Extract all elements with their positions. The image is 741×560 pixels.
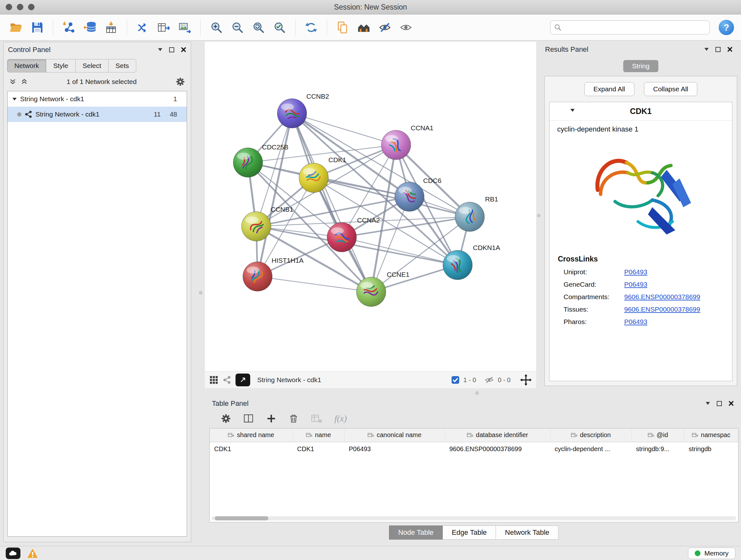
zoom-fit-button[interactable] — [249, 17, 268, 37]
table-cell[interactable]: CDK1 — [293, 442, 344, 456]
hide-button[interactable] — [376, 17, 394, 37]
open-session-button[interactable] — [7, 17, 25, 37]
collapse-all-button[interactable]: Collapse All — [644, 82, 697, 96]
column-header[interactable]: canonical name — [344, 428, 445, 442]
close-panel-button[interactable]: × — [728, 398, 734, 408]
network-canvas[interactable]: CCNB2CCNA1CDC25BCDK1CDC6RB1CCNB1CCNA2CDK… — [205, 42, 536, 371]
cloud-status-button[interactable] — [6, 548, 20, 559]
crosslink-value[interactable]: 9606.ENSP00000378699 — [624, 306, 700, 313]
help-button[interactable]: ? — [719, 20, 734, 35]
close-panel-button[interactable]: × — [181, 45, 186, 55]
expand-all-icon[interactable] — [21, 79, 28, 84]
column-header[interactable]: shared name — [210, 428, 293, 442]
crosslink-value[interactable]: 9606.ENSP00000378699 — [624, 293, 700, 301]
splitter-handle[interactable] — [537, 214, 540, 217]
hidden-eye-slash-icon[interactable] — [484, 375, 494, 385]
grid-view-icon[interactable] — [209, 375, 218, 384]
table-settings-gear-icon[interactable] — [221, 414, 231, 424]
selected-checkbox-icon[interactable] — [451, 376, 460, 384]
string-tab-badge[interactable]: String — [623, 60, 659, 72]
table-cell[interactable]: CDK1 — [210, 442, 293, 456]
splitter-handle[interactable] — [199, 291, 202, 294]
float-panel-button[interactable] — [716, 47, 721, 52]
new-network-button[interactable] — [133, 17, 152, 37]
tab-network[interactable]: Network — [7, 59, 46, 72]
gear-icon[interactable] — [176, 77, 185, 86]
warning-icon[interactable] — [27, 548, 38, 558]
collapse-all-icon[interactable] — [9, 79, 16, 84]
network-row[interactable]: String Network - cdk1 11 48 — [8, 107, 187, 122]
delete-trash-icon[interactable] — [288, 414, 299, 424]
horizontal-scrollbar-thumb[interactable] — [215, 516, 268, 520]
float-panel-button[interactable] — [169, 47, 174, 52]
crosslink-value[interactable]: P06493 — [624, 268, 647, 276]
table-cell[interactable]: cyclin-dependent ... — [550, 442, 631, 456]
panel-menu-caret-icon[interactable] — [158, 48, 163, 51]
zoom-window-button[interactable] — [28, 4, 35, 10]
minimize-window-button[interactable] — [17, 4, 23, 10]
crosslink-row: Compartments: 9606.ENSP00000378699 — [563, 293, 724, 301]
table-cell[interactable]: stringdb:9... — [631, 442, 684, 456]
network-node-cdk1[interactable] — [299, 163, 328, 192]
network-node-rb1[interactable] — [455, 202, 484, 232]
network-node-cdc25b[interactable] — [233, 148, 263, 177]
network-node-cdc6[interactable] — [395, 182, 424, 211]
column-header[interactable]: namespac — [684, 428, 738, 442]
network-node-ccnb2[interactable] — [277, 99, 307, 128]
string-home-button[interactable] — [354, 17, 373, 37]
select-columns-icon[interactable] — [243, 413, 254, 424]
tab-edge-table[interactable]: Edge Table — [443, 525, 496, 540]
search-box[interactable] — [550, 20, 710, 35]
tab-style[interactable]: Style — [46, 59, 76, 72]
zoom-selected-button[interactable] — [270, 17, 289, 37]
tree-expand-caret-icon[interactable] — [12, 98, 17, 101]
zoom-in-button[interactable] — [207, 17, 226, 37]
add-column-plus-icon[interactable] — [266, 414, 276, 424]
column-header[interactable]: database identifier — [445, 428, 550, 442]
expand-all-button[interactable]: Expand All — [584, 82, 634, 96]
import-network-file-button[interactable] — [60, 17, 78, 37]
network-node-hist1h1a[interactable] — [243, 262, 272, 291]
column-header[interactable]: name — [293, 428, 344, 442]
search-input[interactable] — [564, 23, 705, 32]
column-header[interactable]: @id — [631, 428, 684, 442]
tab-sets[interactable]: Sets — [108, 59, 136, 72]
card-collapse-caret-icon[interactable] — [570, 109, 575, 112]
show-button[interactable] — [397, 17, 415, 37]
table-cell[interactable]: stringdb — [684, 442, 738, 456]
crosslink-value[interactable]: P06493 — [624, 281, 647, 288]
tab-select[interactable]: Select — [75, 59, 109, 72]
network-collection-row[interactable]: String Network - cdk1 1 — [8, 91, 187, 107]
panel-menu-caret-icon[interactable] — [705, 401, 711, 405]
export-table-button[interactable] — [154, 17, 173, 37]
panel-menu-caret-icon[interactable] — [704, 48, 709, 51]
pan-crosshair-icon[interactable] — [520, 374, 532, 386]
crosslink-value[interactable]: P06493 — [624, 318, 647, 326]
import-network-database-button[interactable] — [81, 17, 99, 37]
apply-layout-button[interactable] — [302, 17, 320, 37]
zoom-out-button[interactable] — [228, 17, 247, 37]
network-node-ccna2[interactable] — [327, 223, 356, 252]
splitter-handle[interactable] — [475, 391, 479, 395]
copy-button[interactable] — [333, 17, 352, 37]
export-image-button[interactable] — [176, 17, 194, 37]
tab-node-table[interactable]: Node Table — [389, 525, 443, 540]
table-cell[interactable]: 9606.ENSP00000378699 — [445, 442, 550, 456]
network-node-cdkn1a[interactable] — [443, 250, 472, 280]
network-node-ccna1[interactable] — [381, 130, 411, 160]
tab-network-table[interactable]: Network Table — [495, 525, 558, 540]
close-window-button[interactable] — [6, 4, 12, 10]
memory-button[interactable]: Memory — [688, 548, 735, 559]
network-node-ccne1[interactable] — [356, 277, 386, 307]
import-table-button[interactable] — [102, 17, 120, 37]
table-cell[interactable]: P06493 — [344, 442, 445, 456]
save-session-button[interactable] — [28, 17, 47, 37]
column-header[interactable]: description — [550, 428, 631, 442]
close-panel-button[interactable]: × — [727, 44, 733, 54]
open-in-browser-button[interactable] — [235, 374, 250, 386]
float-panel-button[interactable] — [717, 401, 722, 406]
share-network-icon[interactable] — [223, 376, 231, 384]
network-edges[interactable] — [248, 113, 470, 292]
table-row[interactable]: CDK1 CDK1 P06493 9606.ENSP00000378699 cy… — [210, 442, 738, 456]
network-node-ccnb1[interactable] — [242, 212, 271, 241]
